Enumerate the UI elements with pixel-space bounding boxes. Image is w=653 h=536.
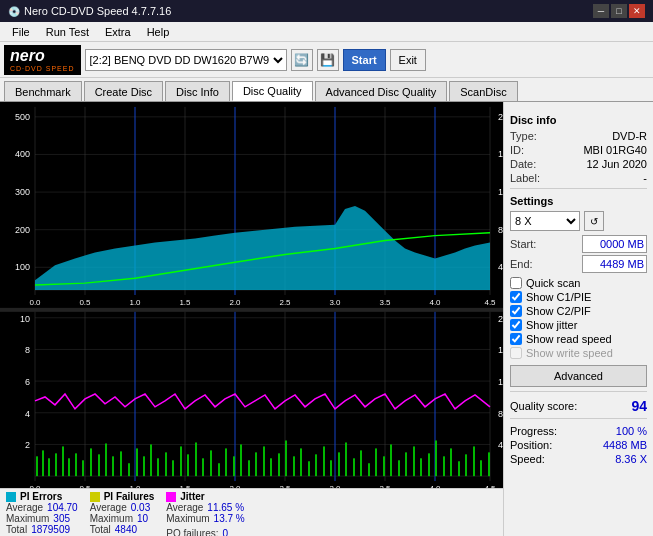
pi-failures-stats: PI Failures Average 0.03 Maximum 10 Tota… [90,491,155,534]
tab-benchmark[interactable]: Benchmark [4,81,82,101]
svg-rect-122 [398,460,400,476]
close-button[interactable]: ✕ [629,4,645,18]
jitter-max-row: Maximum 13.7 % [166,513,244,524]
show-jitter-checkbox[interactable] [510,319,522,331]
svg-rect-131 [465,454,467,476]
svg-rect-102 [248,460,250,476]
minimize-button[interactable]: ─ [593,4,609,18]
disc-id-value: MBI 01RG40 [583,144,647,156]
svg-text:12: 12 [498,377,503,387]
tab-scan-disc[interactable]: ScanDisc [449,81,517,101]
svg-rect-106 [278,453,280,476]
svg-text:0.0: 0.0 [29,484,41,488]
progress-label: Progress: [510,425,557,437]
svg-text:3.0: 3.0 [329,484,341,488]
menu-file[interactable]: File [4,24,38,40]
svg-rect-125 [420,458,422,476]
svg-rect-88 [143,456,145,476]
pi-failures-header: PI Failures [90,491,155,502]
svg-rect-110 [308,461,310,476]
advanced-button[interactable]: Advanced [510,365,647,387]
disc-type-value: DVD-R [612,130,647,142]
quality-score-row: Quality score: 94 [510,398,647,414]
svg-rect-101 [240,444,242,476]
disc-type-row: Type: DVD-R [510,130,647,142]
svg-rect-96 [202,458,204,476]
charts-and-stats: 500 400 300 200 100 20 16 12 8 4 [0,102,503,536]
stats-bar: PI Errors Average 104.70 Maximum 305 Tot… [0,488,503,536]
tab-advanced-disc-quality[interactable]: Advanced Disc Quality [315,81,448,101]
show-read-speed-checkbox[interactable] [510,333,522,345]
disc-id-row: ID: MBI 01RG40 [510,144,647,156]
title-bar: 💿 Nero CD-DVD Speed 4.7.7.16 ─ □ ✕ [0,0,653,22]
pi-failures-total-value: 4840 [115,524,137,535]
quick-scan-checkbox[interactable] [510,277,522,289]
svg-text:1.0: 1.0 [129,484,141,488]
disc-type-label: Type: [510,130,537,142]
start-mb-input[interactable] [582,235,647,253]
menu-help[interactable]: Help [139,24,178,40]
po-failures-label: PO failures: [166,528,218,536]
show-c1pie-checkbox[interactable] [510,291,522,303]
pi-failures-label: PI Failures [104,491,155,502]
svg-text:2: 2 [25,440,30,450]
pi-errors-avg-value: 104.70 [47,502,78,513]
title-bar-controls: ─ □ ✕ [593,4,645,18]
position-label: Position: [510,439,552,451]
svg-text:3.5: 3.5 [379,484,391,488]
svg-rect-91 [165,452,167,476]
show-c2pif-row: Show C2/PIF [510,305,647,317]
show-c1pie-label: Show C1/PIE [526,291,591,303]
pi-failures-max-label: Maximum [90,513,133,524]
chart-area: 500 400 300 200 100 20 16 12 8 4 [0,102,503,488]
start-mb-row: Start: [510,235,647,253]
jitter-max-value: 13.7 % [214,513,245,524]
speed-select[interactable]: 8 X 4 X 12 X 16 X [510,211,580,231]
exit-button[interactable]: Exit [390,49,426,71]
pi-failures-avg-row: Average 0.03 [90,502,155,513]
svg-text:4.5: 4.5 [484,298,496,307]
svg-rect-105 [270,458,272,476]
drive-select[interactable]: [2:2] BENQ DVD DD DW1620 B7W9 [85,49,287,71]
settings-refresh-button[interactable]: ↺ [584,211,604,231]
svg-rect-130 [458,461,460,476]
svg-text:12: 12 [498,187,503,197]
svg-rect-76 [55,453,57,476]
svg-rect-133 [480,460,482,476]
pi-errors-max-row: Maximum 305 [6,513,78,524]
show-jitter-label: Show jitter [526,319,577,331]
svg-rect-73 [36,456,38,476]
show-c2pif-checkbox[interactable] [510,305,522,317]
app-logo: nero CD·DVD SPEED [4,45,81,75]
disc-date-label: Date: [510,158,536,170]
maximize-button[interactable]: □ [611,4,627,18]
app-title: Nero CD-DVD Speed 4.7.7.16 [24,5,171,17]
end-mb-input[interactable] [582,255,647,273]
disc-label-label: Label: [510,172,540,184]
menu-extra[interactable]: Extra [97,24,139,40]
pi-errors-header: PI Errors [6,491,78,502]
svg-text:8: 8 [25,345,30,355]
svg-rect-114 [338,452,340,476]
app-icon: 💿 [8,6,20,17]
svg-rect-126 [428,453,430,476]
svg-text:8: 8 [498,225,503,235]
save-icon-button[interactable]: 💾 [317,49,339,71]
svg-text:4: 4 [498,440,503,450]
svg-text:0.5: 0.5 [79,298,91,307]
position-row: Position: 4488 MB [510,439,647,451]
tab-disc-quality[interactable]: Disc Quality [232,81,313,101]
start-button[interactable]: Start [343,49,386,71]
po-failures-row: PO failures: 0 [166,528,244,536]
pi-failures-avg-label: Average [90,502,127,513]
quality-score-value: 94 [631,398,647,414]
svg-rect-98 [218,463,220,476]
quick-scan-row: Quick scan [510,277,647,289]
show-read-speed-row: Show read speed [510,333,647,345]
tab-create-disc[interactable]: Create Disc [84,81,163,101]
tab-disc-info[interactable]: Disc Info [165,81,230,101]
menu-run-test[interactable]: Run Test [38,24,97,40]
svg-rect-89 [150,444,152,476]
pi-failures-avg-value: 0.03 [131,502,150,513]
refresh-icon-button[interactable]: 🔄 [291,49,313,71]
